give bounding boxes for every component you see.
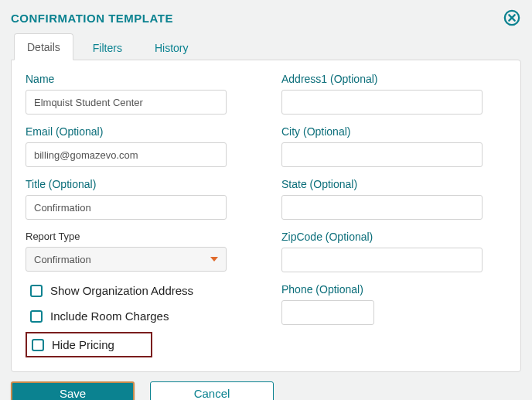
- zipcode-input[interactable]: [281, 248, 483, 272]
- address1-field: Address1 (Optional): [281, 73, 506, 115]
- zipcode-field: ZipCode (Optional): [281, 231, 506, 272]
- name-input[interactable]: [26, 90, 227, 115]
- report-type-select[interactable]: Confirmation: [26, 247, 227, 272]
- show-org-address-label: Show Organization Address: [50, 284, 193, 297]
- hide-pricing-label: Hide Pricing: [52, 338, 114, 351]
- include-room-charges-checkbox[interactable]: Include Room Charges: [26, 309, 251, 323]
- tab-filters[interactable]: Filters: [80, 34, 135, 60]
- city-label: City (Optional): [281, 125, 506, 138]
- include-room-charges-label: Include Room Charges: [50, 309, 169, 323]
- hide-pricing-checkbox[interactable]: Hide Pricing: [26, 332, 152, 357]
- title-input[interactable]: [26, 195, 227, 220]
- zipcode-label: ZipCode (Optional): [281, 231, 506, 243]
- chevron-down-icon: [210, 257, 218, 262]
- checkbox-icon: [32, 339, 44, 351]
- title-field: Title (Optional): [26, 178, 251, 220]
- report-type-field: Report Type Confirmation: [26, 231, 251, 272]
- confirmation-template-dialog: CONFIRMATION TEMPLATE Details Filters Hi…: [0, 0, 532, 400]
- close-button[interactable]: [503, 9, 521, 27]
- phone-input[interactable]: [281, 300, 374, 325]
- left-column: Name Email (Optional) Title (Optional) R…: [26, 73, 251, 357]
- tabs: Details Filters History: [11, 32, 521, 60]
- address1-label: Address1 (Optional): [281, 73, 506, 85]
- close-icon: [503, 9, 520, 26]
- city-input[interactable]: [281, 142, 483, 167]
- right-column: Address1 (Optional) City (Optional) Stat…: [281, 73, 506, 357]
- phone-label: Phone (Optional): [281, 283, 506, 296]
- address1-input[interactable]: [281, 90, 483, 115]
- dialog-header: CONFIRMATION TEMPLATE: [11, 8, 521, 28]
- email-field: Email (Optional): [26, 125, 251, 167]
- title-label: Title (Optional): [26, 178, 251, 190]
- tab-history[interactable]: History: [142, 34, 202, 60]
- tab-details[interactable]: Details: [14, 33, 73, 60]
- show-org-address-checkbox[interactable]: Show Organization Address: [26, 284, 251, 297]
- cancel-button[interactable]: Cancel: [150, 381, 274, 400]
- email-input[interactable]: [26, 142, 227, 167]
- report-type-label: Report Type: [26, 231, 251, 242]
- details-panel: Name Email (Optional) Title (Optional) R…: [11, 60, 521, 372]
- email-label: Email (Optional): [26, 125, 251, 138]
- city-field: City (Optional): [281, 125, 506, 167]
- form-grid: Name Email (Optional) Title (Optional) R…: [26, 73, 506, 357]
- dialog-title: CONFIRMATION TEMPLATE: [11, 12, 173, 25]
- state-field: State (Optional): [281, 178, 506, 220]
- phone-field: Phone (Optional): [281, 283, 506, 325]
- dialog-footer: Save Cancel: [11, 381, 521, 400]
- save-button[interactable]: Save: [11, 381, 135, 400]
- name-label: Name: [26, 73, 251, 85]
- checkbox-icon: [30, 285, 43, 297]
- checkbox-icon: [30, 310, 43, 323]
- state-input[interactable]: [281, 195, 483, 220]
- report-type-value: Confirmation: [34, 254, 91, 265]
- state-label: State (Optional): [281, 178, 506, 190]
- name-field: Name: [26, 73, 251, 115]
